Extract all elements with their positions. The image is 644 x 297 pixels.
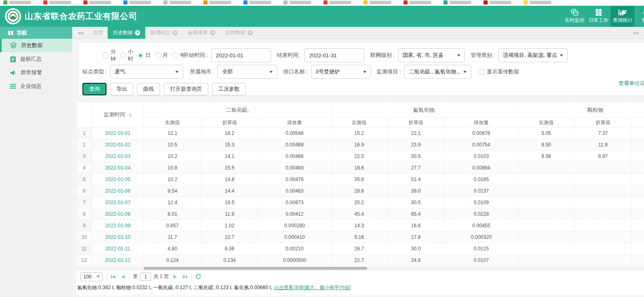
bookmark-item[interactable] (203, 0, 231, 5)
bookmark-item[interactable] (283, 0, 311, 5)
sidebar-item-history-data[interactable]: 历史数据 (0, 39, 72, 52)
bookmark-item[interactable] (443, 0, 471, 5)
date-cell[interactable]: 2022-01-06 (92, 185, 144, 197)
bookmark-item[interactable] (243, 0, 271, 5)
sort-icon[interactable] (129, 113, 132, 117)
date-cell[interactable]: 2022-01-08 (92, 208, 144, 220)
bookmark-item[interactable] (123, 0, 151, 5)
value-cell: 0.134 (201, 255, 258, 266)
bookmark-title (530, 1, 551, 4)
open-new-query-button[interactable]: 打开新查询页 (164, 83, 208, 95)
date-cell[interactable]: 2022-01-10 (92, 231, 144, 243)
last-page-button[interactable]: ▶ (182, 274, 188, 279)
tabs-scroll-right-icon[interactable]: »» (633, 30, 639, 36)
unit-note-link[interactable]: 查看单位说明 (618, 80, 644, 87)
sidebar-item-abnormal-alarm[interactable]: 异常报警 (0, 66, 72, 80)
divider (129, 273, 130, 280)
condition-params-button[interactable]: 工况参数 (212, 83, 246, 95)
bookmark-title (490, 1, 511, 4)
nav-query-statistics[interactable]: 查询统计 (611, 6, 635, 27)
close-icon[interactable]: ✕ (210, 30, 215, 35)
value-cell: 12.4 (144, 197, 201, 208)
bookmark-item[interactable] (83, 0, 111, 5)
tab-standard-change[interactable]: 标准变更 ✕ (183, 27, 220, 39)
bookmark-item[interactable] (43, 0, 71, 5)
radio-year[interactable] (172, 52, 178, 59)
bookmark-title (370, 1, 391, 4)
bookmark-item[interactable] (403, 0, 431, 5)
date-cell[interactable]: 2022-01-03 (92, 151, 144, 162)
query-button[interactable]: 查询 (83, 83, 106, 95)
monitor-items-select[interactable]: 二氧化硫., 氮氧化物., 颗粒 (404, 65, 471, 79)
first-page-button[interactable]: ◀ (110, 274, 116, 279)
row-number-cell: 2 (77, 139, 92, 151)
close-icon[interactable]: ✕ (172, 30, 178, 35)
value-cell: 0.00546 (258, 127, 331, 139)
nav-realtime-monitoring[interactable]: 实时监控 (563, 6, 587, 27)
page-suffix-label: 共 1 页 (153, 273, 169, 280)
value-cell: 51.4 (387, 174, 445, 185)
sidebar-item-exceed-summary[interactable]: 超标汇总 (0, 52, 72, 66)
value-cell: 0.0103 (445, 151, 518, 162)
next-page-button[interactable]: ▶ (172, 274, 178, 279)
nav-system[interactable]: 系统 (635, 6, 644, 27)
city-select[interactable]: 全部 (217, 65, 277, 79)
export-button[interactable]: 导出 (110, 83, 133, 95)
refresh-icon[interactable] (195, 273, 201, 280)
subheader-emission: 排放量 (445, 118, 518, 127)
tab-history-data[interactable]: 历史数据 ✕ (108, 27, 145, 39)
close-icon[interactable]: ✕ (135, 30, 140, 35)
sidebar-item-enterprise-info[interactable]: 企业信息 (0, 80, 72, 93)
subheader-measured: 实测值 (518, 118, 575, 127)
date-cell[interactable]: 2022-01-02 (92, 139, 144, 151)
value-cell: 19.6 (331, 162, 387, 174)
sidebar-item-label: 历史数据 (21, 42, 42, 49)
date-cell[interactable]: 2022-01-01 (92, 127, 144, 139)
bookmark-favicon (443, 0, 448, 5)
prev-page-button[interactable]: ◀ (120, 274, 126, 279)
curve-button[interactable]: 曲线 (137, 83, 160, 95)
value-cell: 0.00894 (445, 162, 518, 174)
date-cell[interactable]: 2022-01-11 (92, 243, 144, 255)
manage-category-value: 违规项目, 高架源, 重点排污 (503, 52, 557, 59)
bookmark-item[interactable] (484, 0, 511, 5)
bookmark-item[interactable] (323, 0, 351, 5)
detail-link[interactable]: 点击查看详情[最大、最小和平均值] (274, 285, 351, 290)
start-time-input[interactable]: 2022-01-01 (211, 48, 271, 62)
tab-home[interactable]: 首页 (88, 27, 108, 39)
tabs-scroll-left-icon[interactable]: «« (78, 30, 84, 36)
radio-day[interactable] (137, 52, 144, 59)
date-cell[interactable]: 2022-01-09 (92, 220, 144, 231)
page-size-select[interactable]: 100 (80, 272, 103, 281)
value-cell: 0.0107 (445, 255, 518, 266)
tab-label: 首页 (93, 29, 103, 36)
time-column-header[interactable]: 监测时间 (92, 102, 144, 127)
end-time-input[interactable]: 2022-01-31 (304, 48, 364, 62)
scrollbar-thumb[interactable] (144, 267, 367, 270)
tab-realtime-data[interactable]: 实时数据 ✕ (220, 27, 258, 39)
date-cell[interactable]: 2022-01-12 (92, 255, 144, 266)
direct-data-checkbox[interactable] (479, 69, 484, 75)
date-cell[interactable]: 2022-01-04 (92, 162, 144, 174)
close-icon[interactable]: ✕ (248, 30, 253, 35)
bookmark-item[interactable] (363, 0, 391, 5)
station-type-select[interactable]: 废气 (110, 65, 183, 79)
value-cell: 8.01 (144, 208, 201, 220)
app-root: { "colors": { "accent": "#2bb191", "acce… (0, 0, 644, 297)
chevron-down-icon (457, 54, 460, 57)
value-cell: 0.00678 (445, 127, 518, 139)
date-cell[interactable]: 2022-01-05 (92, 174, 144, 185)
bookmark-item[interactable] (163, 0, 191, 5)
network-level-select[interactable]: 国家, 省, 市, 区县 (398, 48, 465, 62)
date-cell[interactable]: 2022-01-07 (92, 197, 144, 208)
radio-hour[interactable] (120, 52, 126, 59)
radio-month[interactable] (155, 52, 161, 59)
bookmark-item[interactable] (524, 0, 551, 5)
manage-category-select[interactable]: 违规项目, 高架源, 重点排污 (498, 48, 568, 62)
tab-new-station[interactable]: 新增站点 ✕ (145, 27, 183, 39)
bookmark-item[interactable] (3, 0, 31, 5)
page-number-input[interactable] (140, 273, 151, 281)
nav-daily-work[interactable]: 日常工作 (587, 6, 611, 27)
outlet-name-select[interactable]: 3号焚烧炉 (311, 65, 371, 79)
radio-minute[interactable] (103, 52, 109, 59)
